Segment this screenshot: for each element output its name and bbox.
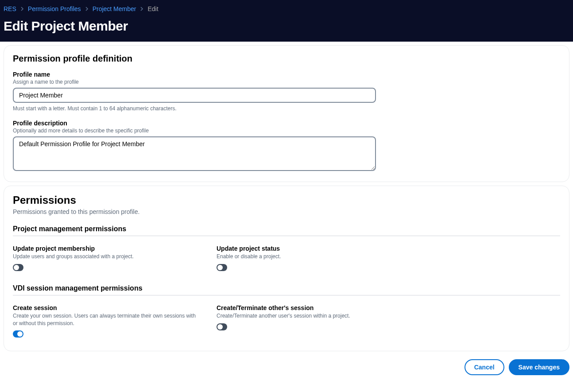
breadcrumb-link-permission-profiles[interactable]: Permission Profiles xyxy=(28,5,81,12)
update-status-desc: Enable or disable a project. xyxy=(217,253,403,260)
permissions-title: Permissions xyxy=(13,194,560,206)
profile-name-help: Assign a name to the profile xyxy=(13,79,560,85)
toggle-knob xyxy=(217,265,223,270)
profile-name-constraint: Must start with a letter. Must contain 1… xyxy=(13,105,560,112)
breadcrumb-current: Edit xyxy=(147,5,158,12)
cancel-button[interactable]: Cancel xyxy=(465,359,504,375)
project-management-header: Project management permissions xyxy=(13,225,560,236)
permissions-subtitle: Permissions granted to this permission p… xyxy=(13,208,560,215)
update-status-label: Update project status xyxy=(217,245,403,252)
profile-description-textarea[interactable]: Default Permission Profile for Project M… xyxy=(13,136,376,171)
permissions-card: Permissions Permissions granted to this … xyxy=(4,186,569,351)
toggle-knob xyxy=(217,324,223,330)
terminate-others-toggle[interactable] xyxy=(217,323,227,330)
chevron-right-icon xyxy=(20,7,24,11)
create-session-desc: Create your own session. Users can alway… xyxy=(13,312,199,327)
update-status-toggle[interactable] xyxy=(217,264,227,271)
terminate-others-desc: Create/Terminate another user's session … xyxy=(217,312,403,320)
breadcrumb-link-res[interactable]: RES xyxy=(4,5,16,12)
definition-card: Permission profile definition Profile na… xyxy=(4,45,569,182)
terminate-others-item: Create/Terminate other's session Create/… xyxy=(217,304,403,340)
update-membership-label: Update project membership xyxy=(13,245,199,252)
toggle-knob xyxy=(17,331,23,337)
update-membership-item: Update project membership Update users a… xyxy=(13,245,199,273)
definition-title: Permission profile definition xyxy=(13,54,560,64)
create-session-toggle[interactable] xyxy=(13,330,23,338)
profile-name-input[interactable] xyxy=(13,88,376,103)
terminate-others-label: Create/Terminate other's session xyxy=(217,304,403,311)
update-status-item: Update project status Enable or disable … xyxy=(217,245,403,273)
project-permissions-grid: Update project membership Update users a… xyxy=(13,245,560,273)
footer-actions: Cancel Save changes xyxy=(0,355,573,379)
update-membership-desc: Update users and groups associated with … xyxy=(13,253,199,260)
profile-description-help: Optionally add more details to describe … xyxy=(13,128,560,134)
page-title: Edit Project Member xyxy=(4,19,569,34)
chevron-right-icon xyxy=(85,7,89,11)
toggle-knob xyxy=(14,265,19,270)
vdi-management-header: VDI session management permissions xyxy=(13,284,560,295)
page-header: RES Permission Profiles Project Member E… xyxy=(0,0,573,42)
create-session-item: Create session Create your own session. … xyxy=(13,304,199,340)
save-button[interactable]: Save changes xyxy=(509,359,569,375)
profile-description-label: Profile description xyxy=(13,120,560,127)
profile-name-label: Profile name xyxy=(13,71,560,78)
breadcrumb-link-project-member[interactable]: Project Member xyxy=(93,5,136,12)
vdi-permissions-grid: Create session Create your own session. … xyxy=(13,304,560,340)
update-membership-toggle[interactable] xyxy=(13,264,23,271)
chevron-right-icon xyxy=(139,7,144,11)
create-session-label: Create session xyxy=(13,304,199,311)
breadcrumb: RES Permission Profiles Project Member E… xyxy=(4,4,569,12)
